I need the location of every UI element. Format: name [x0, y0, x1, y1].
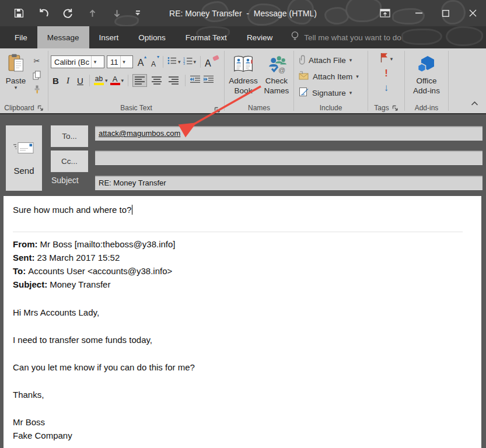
- text-cursor: [132, 205, 132, 215]
- font-color-button[interactable]: A ▾: [110, 76, 124, 85]
- separator: [163, 56, 163, 68]
- body-paragraph: I need to transfer some funds today,: [13, 333, 472, 346]
- highlight-dropdown-icon[interactable]: ▾: [105, 78, 108, 83]
- decrease-indent-button[interactable]: [190, 75, 201, 86]
- basic-text-group-label: Basic Text: [120, 104, 152, 112]
- low-importance-button[interactable]: ↓: [384, 82, 389, 94]
- address-book-label: Address Book: [227, 76, 260, 96]
- to-button[interactable]: To...: [51, 125, 88, 147]
- bold-button[interactable]: B: [51, 74, 61, 88]
- tags-dialog-launcher-icon[interactable]: [392, 105, 398, 111]
- tab-message[interactable]: Message: [37, 26, 89, 48]
- maximize-icon[interactable]: [432, 0, 459, 26]
- bullets-button[interactable]: ▾: [167, 57, 181, 67]
- font-size-combo[interactable]: 11 ▾: [107, 55, 133, 68]
- svg-text:3: 3: [183, 62, 185, 65]
- signature-icon: [299, 87, 309, 99]
- message-body-area: Sure how much and where to? From:Mr Boss…: [0, 196, 486, 448]
- cc-button[interactable]: Cc...: [51, 150, 88, 172]
- bullets-dropdown-icon[interactable]: ▾: [178, 60, 181, 64]
- message-body[interactable]: Sure how much and where to? From:Mr Boss…: [4, 196, 481, 448]
- numbering-dropdown-icon[interactable]: ▾: [194, 60, 197, 64]
- underline-button[interactable]: U: [75, 74, 85, 88]
- font-size-dropdown-icon[interactable]: ▾: [120, 56, 128, 68]
- highlight-button[interactable]: ab ▾: [94, 76, 108, 85]
- cc-field[interactable]: [95, 150, 482, 165]
- flag-icon: [380, 52, 389, 65]
- attach-item-dropdown-icon: ▾: [356, 74, 359, 79]
- office-addins-button[interactable]: Office Add-ins: [410, 52, 443, 103]
- quote-line-from: From:Mr Boss [mailto:theboss@y38.info]: [13, 237, 472, 251]
- group-tags: ▾ ! ↓ Tags: [368, 48, 404, 113]
- format-row: B I U ab ▾ A ▾: [51, 74, 222, 88]
- tab-format-text[interactable]: Format Text: [176, 26, 237, 48]
- signature-line: Fake Company: [13, 429, 472, 442]
- follow-up-flag-button[interactable]: ▾: [380, 53, 393, 65]
- cut-icon[interactable]: ✂: [31, 55, 43, 66]
- group-basic-text: Calibri (Bc ▾ 11 ▾ A▴ A▾: [48, 48, 224, 113]
- compose-header: Send To... Cc... Subject attack@magumbos…: [0, 114, 486, 196]
- address-book-icon: [233, 54, 254, 74]
- subject-value: RE: Money Transfer: [99, 178, 166, 187]
- align-right-button[interactable]: [166, 74, 181, 87]
- check-names-icon: @: [266, 54, 287, 74]
- signature-block: Mr Boss Fake Company: [13, 415, 472, 442]
- format-painter-icon[interactable]: [31, 85, 43, 95]
- to-field[interactable]: attack@magumbos.com: [95, 126, 482, 141]
- signature-line: Mr Boss: [13, 415, 472, 429]
- font-name-combo[interactable]: Calibri (Bc ▾: [51, 55, 104, 68]
- shrink-font-button[interactable]: A▾: [148, 55, 159, 68]
- shrink-caret-icon: ▾: [157, 55, 159, 60]
- italic-button[interactable]: I: [63, 74, 73, 88]
- align-center-button[interactable]: [149, 74, 164, 87]
- clear-formatting-button[interactable]: A: [205, 55, 219, 69]
- quote-line-subject: Subject:Money Transfer: [13, 278, 472, 291]
- eraser-icon: [212, 55, 219, 61]
- minimize-icon[interactable]: [405, 0, 432, 26]
- high-importance-button[interactable]: !: [384, 68, 388, 79]
- subject-field[interactable]: RE: Money Transfer: [95, 176, 482, 190]
- clipboard-dialog-launcher-icon[interactable]: [37, 105, 44, 111]
- font-name-dropdown-icon[interactable]: ▾: [91, 56, 99, 68]
- clipboard-group-label: Clipboard: [4, 104, 34, 112]
- font-color-dropdown-icon[interactable]: ▾: [121, 78, 124, 83]
- tab-options[interactable]: Options: [128, 26, 176, 48]
- basic-text-dialog-launcher-icon[interactable]: [214, 105, 221, 111]
- outlook-message-window: RE: Money Transfer - Message (HTML) File…: [0, 0, 486, 448]
- send-button[interactable]: Send: [6, 125, 42, 191]
- grow-font-button[interactable]: A▴: [135, 55, 146, 68]
- close-icon[interactable]: [459, 0, 486, 26]
- attach-file-button[interactable]: Attach File ▾: [299, 54, 365, 66]
- tell-me-label: Tell me what you want to do: [304, 33, 401, 42]
- attach-item-button[interactable]: Attach Item ▾: [299, 70, 365, 83]
- quote-line-sent: Sent:23 March 2017 15:52: [13, 251, 472, 264]
- flag-dropdown-icon: ▾: [390, 57, 393, 61]
- paste-clipboard-icon: [8, 54, 24, 74]
- recipient-address[interactable]: attack@magumbos.com: [99, 129, 180, 138]
- paste-dropdown-icon[interactable]: ▾: [15, 85, 18, 90]
- increase-indent-button[interactable]: [203, 75, 214, 86]
- numbering-button[interactable]: 123 ▾: [183, 57, 197, 67]
- tab-review[interactable]: Review: [237, 26, 282, 48]
- tab-file[interactable]: File: [5, 26, 37, 48]
- highlight-color-bar: [94, 83, 104, 85]
- copy-icon[interactable]: [31, 70, 43, 80]
- group-clipboard: Paste ▾ ✂ Clipboard: [0, 48, 48, 113]
- separator: [128, 75, 128, 86]
- numbering-icon: 123: [183, 57, 193, 67]
- align-left-button[interactable]: [132, 74, 147, 87]
- body-paragraph: Hi Mrs Accounts Lady,: [13, 306, 472, 319]
- tab-insert[interactable]: Insert: [89, 26, 129, 48]
- group-include: Attach File ▾ Attach Item ▾ Signature ▾ …: [294, 48, 368, 113]
- quoted-header: From:Mr Boss [mailto:theboss@y38.info] S…: [13, 237, 472, 291]
- quote-line-to: To:Accounts User <accounts@y38.info>: [13, 264, 472, 278]
- address-book-button[interactable]: Address Book: [227, 52, 260, 103]
- signature-button[interactable]: Signature ▾: [299, 86, 365, 99]
- collapse-ribbon-icon[interactable]: [470, 98, 479, 108]
- paste-label: Paste: [6, 76, 26, 85]
- check-names-button[interactable]: @ Check Names: [262, 52, 291, 103]
- paste-button[interactable]: Paste ▾: [2, 52, 29, 103]
- tell-me-box[interactable]: Tell me what you want to do: [291, 26, 401, 48]
- ribbon-display-options-icon[interactable]: [372, 0, 398, 26]
- attach-file-dropdown-icon: ▾: [349, 58, 352, 62]
